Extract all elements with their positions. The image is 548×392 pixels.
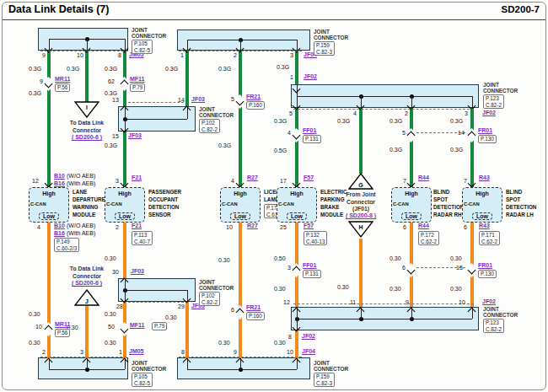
pin-number: 10: [35, 324, 42, 330]
link-F57[interactable]: F57: [304, 175, 314, 181]
link-FR21[interactable]: FR21: [246, 94, 261, 100]
wire-gauge-label: 0.30: [105, 255, 116, 262]
pin-number: 62: [108, 78, 115, 85]
note-text: From Joint Connector (JF01): [346, 191, 375, 213]
arrow-down-icon: [468, 180, 476, 188]
can-low-wire: [239, 223, 242, 358]
link-JF03[interactable]: JF03: [128, 132, 142, 139]
link-F21[interactable]: F21: [132, 175, 142, 181]
link-SD200-8[interactable]: ( SD200-8 ): [346, 212, 376, 219]
link-JF02[interactable]: JF02: [304, 73, 317, 80]
link-SD200-6[interactable]: ( SD200-6 ): [72, 134, 102, 141]
link-F57[interactable]: F57: [304, 223, 314, 229]
pin-number: 30: [112, 269, 119, 276]
link-JF03[interactable]: JF03: [191, 96, 205, 103]
c-can-interface-box: HighC-CANLow: [29, 187, 69, 223]
link-R43[interactable]: R43: [479, 175, 490, 181]
connector-ref: P.149 C.60-2/3: [54, 238, 79, 252]
can-low-wire: [47, 223, 51, 358]
link-R27[interactable]: R27: [247, 175, 258, 181]
link-MF11[interactable]: MF11: [130, 76, 145, 83]
can-high-label: High: [30, 191, 68, 196]
can-low-label: Low: [287, 212, 307, 220]
note-text: To Data Link Connector: [70, 120, 104, 134]
link-B10[interactable]: B10: [54, 173, 65, 180]
can-low-label: Low: [401, 212, 422, 220]
wire-gauge-label: 0.3G: [105, 142, 117, 149]
pin-number: 6: [402, 265, 406, 271]
link-FR01[interactable]: FR01: [478, 127, 492, 134]
pin-number: 9: [42, 52, 46, 59]
pin-number: 2: [405, 110, 408, 117]
off-page-ref-J[interactable]: J: [74, 289, 99, 306]
can-bus-label: C-CAN: [278, 201, 294, 207]
connector-ref: P.172 C.62-2: [418, 231, 439, 245]
link-JF02[interactable]: JF02: [482, 298, 496, 305]
connector-ref: P.123 C.82-2: [483, 319, 504, 333]
can-low-label: Low: [472, 212, 492, 220]
pin-row-dashed-line: [40, 51, 128, 51]
c-can-interface-box: HighC-CANLow: [220, 187, 261, 223]
link-R43[interactable]: R43: [479, 223, 490, 229]
link-R27[interactable]: R27: [247, 223, 258, 229]
pin-number: 2: [42, 349, 46, 356]
can-high-wire: [295, 108, 298, 187]
off-page-ref-G[interactable]: G: [348, 173, 373, 190]
can-high-label: High: [105, 191, 144, 196]
arrow-down-icon: [468, 266, 476, 275]
can-low-label: Low: [230, 212, 250, 220]
link-JF04[interactable]: JF04: [302, 348, 315, 355]
link-R44[interactable]: R44: [418, 223, 429, 229]
arrow-up-icon: [468, 132, 476, 140]
link-B16[interactable]: B16: [54, 180, 65, 187]
link-FR01[interactable]: FR01: [478, 262, 492, 269]
c-can-interface-box: HighC-CANLow: [462, 187, 502, 223]
pin-number: 3: [465, 110, 468, 117]
can-low-wire: [185, 302, 189, 358]
link-F21[interactable]: F21: [132, 223, 142, 229]
connector-ref: P.56: [55, 329, 70, 337]
pin-row-dashed-line: [293, 303, 474, 304]
link-MR11[interactable]: MR11: [55, 76, 70, 83]
pin-number: 6: [403, 224, 406, 231]
pin-number: 1: [119, 349, 122, 356]
link-JF03[interactable]: JF03: [131, 268, 144, 275]
link-MF11[interactable]: MF11: [130, 322, 145, 329]
off-page-ref-H[interactable]: H: [348, 221, 373, 238]
link-JF02[interactable]: JF02: [302, 333, 315, 340]
link-JM05[interactable]: JM05: [129, 348, 144, 355]
can-high-label: High: [221, 191, 260, 196]
pin-number: 29: [178, 303, 185, 310]
pin-number: 50: [108, 324, 115, 330]
off-page-ref-I[interactable]: I: [74, 101, 99, 118]
link-B16[interactable]: B16: [54, 230, 65, 237]
can-low-label: Low: [115, 212, 135, 220]
joint-connector-label: JOINT CONNECTOR: [314, 360, 348, 372]
pin-row-dashed-line: [128, 102, 184, 103]
link-B10[interactable]: B10: [54, 223, 65, 229]
wire-gauge-label: 0.30: [29, 340, 40, 346]
link-SD200-6[interactable]: ( SD200-6 ): [72, 280, 102, 287]
pin-number: 7: [464, 178, 467, 185]
link-FR21[interactable]: FR21: [246, 304, 261, 311]
can-low-wire: [410, 223, 413, 307]
link-FF01[interactable]: FF01: [303, 262, 316, 269]
pin-number: 4: [353, 110, 357, 117]
pin-row-dashed-line: [179, 51, 302, 51]
connector-ref: P.159 C.82-3: [314, 41, 335, 56]
diagram-canvas: 9108JM05123JF041JF025423JF021314JF0315JF…: [0, 0, 548, 392]
pin-number: 28: [116, 303, 123, 310]
link-FF01[interactable]: FF01: [303, 127, 316, 134]
wire-gauge-label: 0.30: [337, 284, 349, 291]
connector-ref: P.171 C.62-2: [479, 231, 500, 245]
connector-ref: P.160: [246, 101, 265, 110]
arrow-down-icon: [407, 266, 416, 275]
can-low-wire: [123, 223, 126, 278]
can-high-wire: [359, 108, 363, 174]
link-R44[interactable]: R44: [418, 175, 429, 181]
link-MR11[interactable]: MR11: [55, 321, 70, 328]
pin-number: 13: [112, 97, 119, 104]
link-JF02[interactable]: JF02: [482, 110, 496, 116]
svg-text:G: G: [358, 182, 363, 188]
pin-number: 4: [37, 224, 40, 231]
